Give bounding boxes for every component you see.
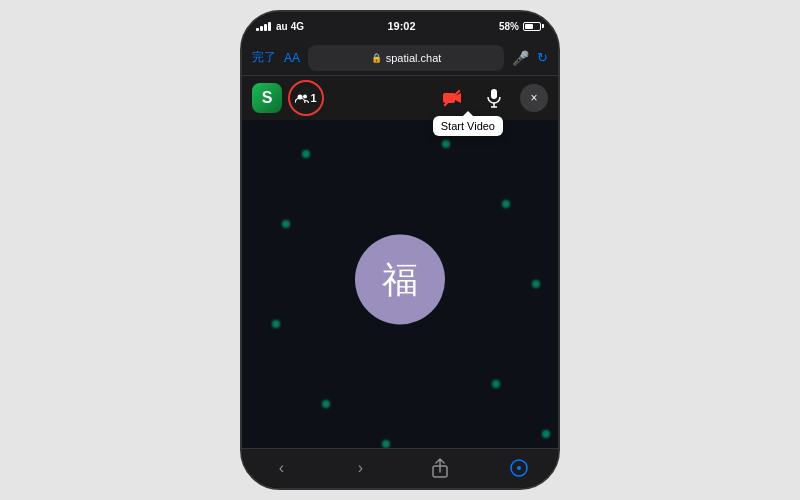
ambient-dot xyxy=(442,140,450,148)
participants-icon xyxy=(295,93,309,104)
nav-share-button[interactable] xyxy=(420,452,460,484)
participants-button[interactable]: 1 xyxy=(288,80,324,116)
nav-forward-icon: › xyxy=(358,459,363,477)
svg-rect-3 xyxy=(491,89,497,99)
status-bar: au 4G 19:02 58% xyxy=(242,12,558,40)
start-video-tooltip: Start Video xyxy=(433,116,503,136)
mic-button[interactable] xyxy=(478,82,510,114)
avatar-character: 福 xyxy=(382,255,418,304)
close-icon: × xyxy=(530,91,537,105)
battery-tip xyxy=(542,24,544,28)
svg-point-8 xyxy=(517,466,521,470)
signal-bar-2 xyxy=(260,26,263,31)
signal-bars xyxy=(256,22,271,31)
ambient-dot xyxy=(532,280,540,288)
status-bar-right: 58% xyxy=(499,21,544,32)
logo-letter: S xyxy=(262,89,273,107)
video-toggle-button[interactable] xyxy=(436,82,468,114)
signal-bar-4 xyxy=(268,22,271,31)
video-icon-wrapper xyxy=(442,91,462,105)
ambient-dot xyxy=(302,150,310,158)
carrier-label: au xyxy=(276,21,288,32)
close-button[interactable]: × xyxy=(520,84,548,112)
nav-back-icon: ‹ xyxy=(279,459,284,477)
toolbar-right: × xyxy=(436,82,548,114)
bottom-nav: ‹ › xyxy=(242,448,558,488)
lock-icon: 🔒 xyxy=(371,53,382,63)
content-area: 福 xyxy=(242,120,558,448)
user-avatar[interactable]: 福 xyxy=(355,235,445,325)
battery-body xyxy=(523,22,541,31)
microphone-icon[interactable]: 🎤 xyxy=(512,50,529,66)
compass-icon xyxy=(510,459,528,477)
browser-bar-right: 🎤 ↻ xyxy=(512,50,548,66)
nav-compass-button[interactable] xyxy=(499,452,539,484)
ambient-dot xyxy=(492,380,500,388)
tooltip-text: Start Video xyxy=(441,120,495,132)
toolbar-row: S 1 xyxy=(242,76,558,120)
browser-back-btn[interactable]: 完了 xyxy=(252,49,276,66)
status-bar-left: au 4G xyxy=(256,21,304,32)
battery-percent: 58% xyxy=(499,21,519,32)
ambient-dot xyxy=(322,400,330,408)
reload-icon[interactable]: ↻ xyxy=(537,50,548,65)
battery-indicator xyxy=(523,22,544,31)
ambient-dot xyxy=(282,220,290,228)
browser-url-bar[interactable]: 🔒 spatial.chat xyxy=(308,45,504,71)
browser-bar-left[interactable]: 完了 AA xyxy=(252,49,300,66)
participants-count: 1 xyxy=(310,92,316,104)
phone-frame: au 4G 19:02 58% 完了 AA 🔒 spatial.chat 🎤 ↻ xyxy=(240,10,560,490)
signal-bar-3 xyxy=(264,24,267,31)
nav-back-button[interactable]: ‹ xyxy=(262,452,302,484)
spatial-logo: S xyxy=(252,83,282,113)
ambient-dot xyxy=(382,440,390,448)
ambient-dot xyxy=(272,320,280,328)
ambient-dot xyxy=(502,200,510,208)
browser-font-btn[interactable]: AA xyxy=(284,51,300,65)
browser-bar: 完了 AA 🔒 spatial.chat 🎤 ↻ xyxy=(242,40,558,76)
nav-forward-button[interactable]: › xyxy=(341,452,381,484)
status-bar-time: 19:02 xyxy=(387,20,415,32)
network-label: 4G xyxy=(291,21,304,32)
svg-point-1 xyxy=(303,94,307,98)
share-icon xyxy=(432,458,448,478)
ambient-dot xyxy=(542,430,550,438)
url-text: spatial.chat xyxy=(386,52,442,64)
signal-bar-1 xyxy=(256,28,259,31)
battery-fill xyxy=(525,24,533,29)
mic-icon xyxy=(487,88,501,108)
